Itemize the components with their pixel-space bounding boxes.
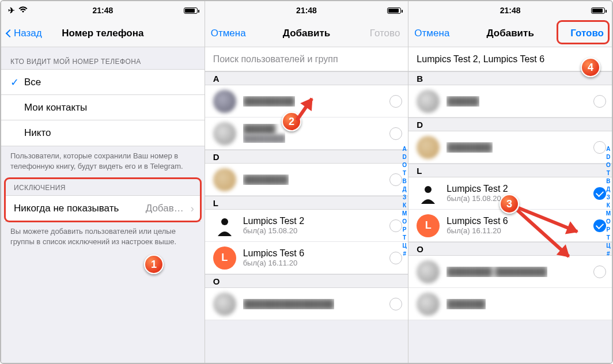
avatar	[213, 293, 236, 316]
contact-row[interactable]: ███████	[205, 164, 408, 196]
contact-lumpics-2[interactable]: Lumpics Test 2 был(а) 15.08.20	[408, 177, 612, 210]
index-letter[interactable]: Д	[403, 185, 407, 193]
index-letter[interactable]: М	[606, 210, 611, 217]
avatar: L	[213, 247, 236, 270]
clock: 21:48	[500, 6, 521, 15]
index-letter[interactable]: D	[606, 153, 610, 161]
checkbox[interactable]	[389, 252, 402, 264]
visibility-option-everyone[interactable]: ✓ Все	[1, 70, 205, 95]
clock: 21:48	[296, 6, 317, 15]
avatar	[213, 90, 236, 113]
avatar	[417, 136, 440, 159]
index-header: O	[408, 242, 612, 256]
index-letter[interactable]: Р	[403, 226, 407, 233]
index-header: A	[205, 71, 408, 85]
index-letter[interactable]: D	[403, 153, 407, 161]
checkbox[interactable]	[593, 95, 606, 108]
visibility-option-contacts[interactable]: Мои контакты	[1, 95, 205, 120]
never-show-row[interactable]: Никогда не показывать Добав… ›	[5, 196, 201, 221]
index-letter[interactable]: O	[606, 161, 611, 169]
index-letter[interactable]: Д	[606, 185, 610, 193]
section-index[interactable]: ADOTВДЗКМОРТЦ#	[402, 145, 407, 257]
battery-icon	[387, 7, 401, 14]
index-letter[interactable]: М	[402, 210, 407, 217]
index-letter[interactable]: Р	[607, 226, 611, 233]
index-letter[interactable]: Ц	[403, 242, 407, 249]
checkbox-checked[interactable]	[593, 187, 606, 200]
index-letter[interactable]: Ц	[606, 242, 610, 249]
contact-row[interactable]: ████████	[205, 85, 408, 117]
index-letter[interactable]: Т	[607, 234, 610, 241]
index-letter[interactable]: В	[403, 177, 407, 185]
screen-add-exceptions-selected: 21:48 Отмена Добавить Готово Lumpics Tes…	[408, 1, 612, 363]
checkbox[interactable]	[389, 298, 402, 310]
section-header-visibility: КТО ВИДИТ МОЙ НОМЕР ТЕЛЕФОНА	[1, 47, 205, 69]
index-letter[interactable]: К	[607, 202, 610, 209]
contact-row[interactable]: █████████████	[205, 117, 408, 150]
checkbox[interactable]	[593, 266, 606, 278]
checkbox[interactable]	[389, 127, 402, 140]
contact-name: Lumpics Test 2	[446, 184, 508, 194]
status-bar: 21:48	[205, 1, 408, 20]
contact-row[interactable]: ██████	[408, 288, 612, 320]
contact-lumpics-6[interactable]: L Lumpics Test 6 был(а) 16.11.20	[408, 210, 612, 242]
contact-lumpics-2[interactable]: Lumpics Test 2 был(а) 15.08.20	[205, 210, 408, 242]
avatar	[213, 214, 236, 237]
search-placeholder: Поиск пользователей и групп	[213, 54, 338, 65]
index-letter[interactable]: T	[403, 169, 406, 177]
cancel-button[interactable]: Отмена	[414, 28, 449, 39]
selected-users[interactable]: Lumpics Test 2, Lumpics Test 6	[408, 47, 612, 71]
section-header-exceptions: ИСКЛЮЧЕНИЯ	[5, 178, 201, 195]
checkbox[interactable]	[389, 95, 402, 108]
index-header: L	[408, 164, 612, 177]
index-letter[interactable]: Т	[403, 234, 406, 241]
contact-sub: был(а) 15.08.20	[446, 194, 508, 203]
checkbox[interactable]	[593, 141, 606, 154]
avatar	[417, 260, 440, 283]
index-letter[interactable]: З	[403, 194, 406, 201]
index-header: O	[205, 274, 408, 288]
avatar	[417, 182, 440, 205]
contact-name: Lumpics Test 2	[243, 216, 304, 226]
never-show-label: Никогда не показывать	[14, 203, 119, 214]
contact-sub: был(а) 16.11.20	[243, 259, 304, 267]
avatar: L	[417, 214, 440, 237]
chevron-left-icon	[6, 29, 14, 37]
index-letter[interactable]: О	[402, 218, 407, 225]
index-letter[interactable]: В	[606, 177, 610, 185]
battery-icon	[184, 7, 198, 14]
visibility-option-nobody[interactable]: Никто	[1, 120, 205, 146]
index-letter[interactable]: T	[607, 169, 610, 177]
svg-point-1	[221, 218, 228, 225]
status-bar: 21:48	[408, 1, 612, 20]
airplane-icon: ✈	[8, 6, 15, 15]
chevron-right-icon: ›	[191, 203, 194, 215]
index-letter[interactable]: #	[607, 250, 610, 257]
index-letter[interactable]: #	[403, 250, 406, 257]
index-letter[interactable]: A	[606, 145, 610, 153]
checkbox[interactable]	[389, 173, 402, 186]
back-button[interactable]: Назад	[7, 28, 42, 39]
done-button[interactable]: Готово	[370, 28, 400, 39]
index-letter[interactable]: З	[607, 194, 610, 201]
cancel-button[interactable]: Отмена	[211, 28, 246, 39]
index-letter[interactable]: О	[606, 218, 611, 225]
wifi-icon	[18, 6, 28, 15]
checkbox-checked[interactable]	[593, 219, 606, 232]
contact-row[interactable]: █████	[408, 85, 612, 117]
search-input[interactable]: Поиск пользователей и групп	[205, 47, 408, 71]
checkbox[interactable]	[389, 219, 402, 232]
contact-lumpics-6[interactable]: L Lumpics Test 6 был(а) 16.11.20	[205, 242, 408, 274]
checkmark-icon: ✓	[10, 76, 24, 89]
back-label: Назад	[14, 28, 42, 39]
index-letter[interactable]: К	[403, 202, 406, 209]
annotation-highlight-done	[557, 20, 610, 44]
contact-row[interactable]: ███████	[408, 131, 612, 164]
page-title: Добавить	[487, 28, 534, 39]
section-index[interactable]: ADOTВДЗКМОРТЦ#	[606, 145, 611, 257]
index-letter[interactable]: A	[403, 145, 407, 153]
index-letter[interactable]: O	[402, 161, 407, 169]
index-header: L	[205, 196, 408, 210]
contact-row[interactable]: ███████ ████████	[408, 256, 612, 288]
contact-row[interactable]: ██████████████	[205, 288, 408, 320]
